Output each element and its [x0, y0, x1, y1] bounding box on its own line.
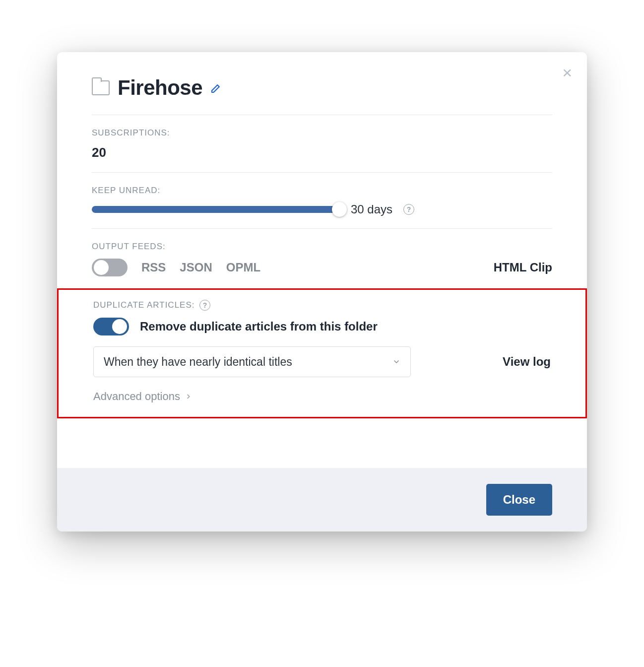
advanced-options-label: Advanced options: [93, 390, 180, 403]
toggle-knob: [112, 319, 127, 334]
keep-unread-section: Keep unread: 30 days ?: [92, 173, 552, 229]
duplicate-articles-label: Duplicate articles: ?: [93, 300, 551, 311]
rss-link[interactable]: RSS: [141, 261, 166, 274]
duplicate-mode-row: When they have nearly identical titles V…: [93, 346, 551, 377]
duplicate-articles-label-text: Duplicate articles:: [93, 300, 194, 310]
remove-duplicates-label: Remove duplicate articles from this fold…: [140, 320, 378, 334]
subscriptions-value: 20: [92, 145, 552, 160]
duplicate-mode-value: When they have nearly identical titles: [104, 355, 292, 369]
help-icon[interactable]: ?: [403, 204, 414, 215]
edit-icon[interactable]: [210, 82, 222, 94]
json-link[interactable]: JSON: [180, 261, 212, 274]
remove-duplicates-toggle[interactable]: [93, 318, 129, 335]
advanced-options-link[interactable]: Advanced options: [93, 390, 551, 403]
output-feeds-label: Output feeds:: [92, 242, 552, 252]
slider-thumb[interactable]: [332, 202, 347, 217]
remove-duplicates-row: Remove duplicate articles from this fold…: [93, 318, 551, 335]
keep-unread-label: Keep unread:: [92, 186, 552, 196]
opml-link[interactable]: OPML: [226, 261, 260, 274]
toggle-knob: [94, 260, 109, 275]
output-feeds-section: Output feeds: RSS JSON OPML HTML Clip: [92, 229, 552, 288]
output-feeds-row: RSS JSON OPML HTML Clip: [92, 259, 552, 276]
modal-footer: Close: [57, 468, 587, 532]
close-button[interactable]: Close: [486, 484, 552, 516]
duplicate-mode-select[interactable]: When they have nearly identical titles: [93, 346, 411, 377]
help-icon[interactable]: ?: [199, 300, 210, 311]
title-row: Firehose: [92, 76, 552, 115]
duplicate-articles-section: Duplicate articles: ? Remove duplicate a…: [57, 288, 587, 418]
keep-unread-slider-row: 30 days ?: [92, 202, 552, 216]
output-feeds-toggle[interactable]: [92, 259, 128, 276]
html-clip-link[interactable]: HTML Clip: [494, 261, 552, 274]
close-icon[interactable]: ×: [562, 64, 572, 81]
folder-title: Firehose: [118, 76, 202, 100]
chevron-right-icon: [185, 393, 192, 400]
subscriptions-section: Subscriptions: 20: [92, 115, 552, 173]
keep-unread-value: 30 days: [351, 202, 392, 216]
folder-settings-modal: × Firehose Subscriptions: 20 Keep unread…: [57, 52, 587, 532]
view-log-link[interactable]: View log: [503, 355, 551, 369]
folder-icon: [92, 80, 110, 95]
modal-body: Firehose Subscriptions: 20 Keep unread: …: [57, 52, 587, 438]
subscriptions-label: Subscriptions:: [92, 128, 552, 138]
chevron-down-icon: [392, 358, 400, 366]
keep-unread-slider[interactable]: [92, 206, 340, 213]
